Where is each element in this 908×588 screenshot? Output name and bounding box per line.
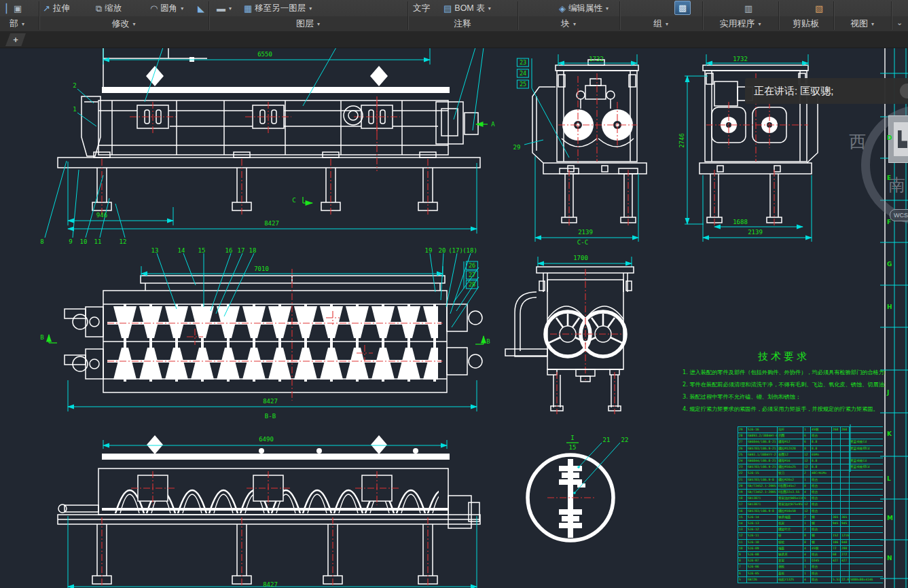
dimension-label[interactable]: 7010	[254, 265, 269, 272]
chevron-down-icon[interactable]: ▾	[181, 5, 183, 12]
bom-row[interactable]: 21GB5783/186.9-8螺栓M20x21组合	[738, 477, 884, 483]
panel-layers[interactable]: 图层▾	[208, 16, 407, 31]
view-end-1700[interactable]	[505, 257, 634, 414]
bom-row[interactable]: 16GB5783/186.9-8螺栓M10x5012组合	[738, 508, 884, 514]
bom-row[interactable]: 29SJ6-16拉杆145钢268268	[738, 427, 884, 433]
callout-label[interactable]: 21	[603, 437, 611, 443]
panel-annotate[interactable]: 注释	[407, 16, 517, 31]
bom-row[interactable]: 20GB/T3452.1-2005O形圈145x78组合	[738, 483, 884, 489]
dimension-label[interactable]: 8427	[264, 220, 279, 227]
panel-view[interactable]: 视图▾	[833, 16, 891, 31]
callout-label[interactable]: 11	[94, 238, 102, 245]
panel-clipboard[interactable]: 剪贴板	[778, 16, 833, 31]
bom-row[interactable]: 11SJ6-10链轮8钢106848	[738, 539, 884, 545]
bom-row[interactable]: 24GB6844/186.8-21螺母M16128.8发蓝或镀Cd	[738, 458, 884, 464]
callout-box-label[interactable]: 23	[517, 58, 529, 67]
bom-row[interactable]: 13SJ6-12螺旋叶片2组合	[738, 527, 884, 533]
dimension-label[interactable]: 6490	[259, 436, 274, 443]
chevron-down-icon[interactable]: ▾	[758, 21, 761, 27]
view-section-bb[interactable]	[49, 253, 484, 411]
view-section-cc[interactable]	[524, 54, 647, 242]
dimension-label[interactable]: 8427	[263, 398, 278, 405]
tool-utilities-grid[interactable]: ▥	[744, 0, 752, 16]
view-side-elevation-top[interactable]	[45, 48, 488, 238]
bom-row[interactable]: 25GB93.1/3884YY-2垫圈121265Mn	[738, 452, 884, 458]
bom-row[interactable]: 7SJ6-06侧板1组合	[738, 564, 884, 570]
panel-modify[interactable]: 修改▾	[39, 16, 208, 31]
dimension-label[interactable]: 2746	[678, 133, 685, 148]
callout-label[interactable]: 15	[569, 444, 577, 451]
callout-label[interactable]: 18	[249, 247, 257, 254]
chevron-down-icon[interactable]: ▾	[488, 5, 491, 12]
bom-row[interactable]: 22SJ6-15铰刀240CrNiMo	[738, 471, 884, 477]
callout-label[interactable]: 14	[178, 247, 185, 254]
section-label[interactable]: A	[491, 121, 494, 128]
tool-layer-state[interactable]: ▬▾	[217, 0, 232, 16]
callout-label[interactable]: 22	[621, 437, 629, 443]
callout-label[interactable]: 19	[425, 247, 433, 254]
view-side-elevation-bottom[interactable]	[58, 435, 480, 588]
technical-requirements[interactable]: 技术要求 1. 进入装配的零件及部件（包括外购件、外协件），均必须具有检验部门的…	[683, 350, 885, 415]
bom-row[interactable]: 14SJ6-13机架1钢945945	[738, 521, 884, 527]
callout-label[interactable]: (17)	[448, 247, 463, 254]
dimension-label[interactable]: 8427	[263, 581, 278, 588]
bom-row[interactable]: 12SJ6-11链8钢1521216	[738, 533, 884, 539]
callout-label[interactable]: 12	[120, 238, 127, 245]
section-label[interactable]: C	[292, 197, 295, 204]
tool-window-tool[interactable]: ▣	[14, 0, 22, 16]
callout-label[interactable]: 17	[238, 247, 245, 254]
bom-row[interactable]: 9SJ6-08轴承座4组合68272	[738, 552, 884, 558]
bom-row[interactable]: 27GB6844/186.8-21螺母M1268.8发蓝或镀Cd	[738, 439, 884, 445]
panel-block[interactable]: 块▾	[517, 16, 619, 31]
dimension-label[interactable]: 1688	[733, 219, 748, 225]
callout-box-label[interactable]: 26	[466, 261, 478, 270]
callout-label[interactable]: 1	[73, 106, 76, 113]
bom-row[interactable]: 19GB/T3452.1-2005O形圈22x3.554组合	[738, 490, 884, 496]
bom-row[interactable]: 17GB13871骨架油封B75x95x1212组合	[738, 502, 884, 508]
dimension-label[interactable]: 2139	[748, 229, 763, 236]
bom-row[interactable]: 10SJ6-09端盖445钢72288	[738, 545, 884, 551]
callout-label[interactable]: 20	[439, 247, 446, 254]
chevron-down-icon[interactable]: ▾	[573, 21, 576, 27]
panel-group[interactable]: 组▾	[619, 16, 702, 31]
bom-row[interactable]: 6SJ6-05盖板1组合	[738, 570, 884, 576]
callout-label[interactable]: 10	[80, 238, 88, 245]
callout-box-label[interactable]: 25	[517, 80, 529, 89]
callout-label[interactable]: 15	[198, 247, 206, 254]
panel-all[interactable]: 部▾	[0, 16, 34, 31]
section-label[interactable]: B	[40, 334, 43, 341]
section-label[interactable]: C-C	[577, 239, 588, 246]
bom-row[interactable]: 23GB5783/186.9-21螺栓M16x25128.8发蓝或镀锌Cd	[738, 464, 884, 471]
bom-row[interactable]: 26GB5783/186.9-21螺栓M12X2888.8发蓝或镀锌Cd	[738, 445, 884, 452]
dimension-label[interactable]: 6550	[257, 51, 272, 58]
bom-row[interactable]: 18GB13871骨架油封B85x110x126组合	[738, 496, 884, 502]
tool-group[interactable]: ▩	[674, 1, 691, 15]
bom-row[interactable]: 15SJ6-14轴承端盖2钢365365	[738, 514, 884, 520]
tool-chamfer[interactable]: ◣	[198, 0, 204, 16]
view-detail-i[interactable]	[528, 443, 620, 540]
chevron-down-icon[interactable]: ▾	[229, 5, 232, 12]
section-label[interactable]: I	[570, 435, 574, 441]
section-label[interactable]: B	[486, 338, 490, 345]
chevron-down-icon[interactable]: ▾	[606, 5, 609, 12]
tool-fillet[interactable]: ◠圆角▾	[150, 0, 183, 16]
tool-paste[interactable]: ▧	[815, 0, 823, 16]
tool-stretch[interactable]: ↗拉伸	[43, 0, 70, 16]
callout-box-label[interactable]: 27	[466, 271, 478, 280]
callout-box-label[interactable]: 24	[517, 69, 529, 78]
tool-edit-attribute[interactable]: ◈编辑属性▾	[559, 0, 609, 16]
tool-scale[interactable]: ⧉缩放	[96, 0, 122, 16]
tool-bom-table[interactable]: ▤BOM 表▾	[443, 0, 491, 16]
tool-left-partial[interactable]: ▕	[0, 0, 7, 16]
callout-label[interactable]: (18)	[462, 247, 477, 254]
bom-row[interactable]: 8SJ6-07支架1Q345427427	[738, 558, 884, 564]
new-tab-button[interactable]: +	[5, 33, 26, 46]
callout-label[interactable]: 16	[225, 247, 233, 254]
dimension-label[interactable]: 1732	[589, 56, 604, 62]
dimension-label[interactable]: 1732	[733, 56, 748, 62]
tool-move-to-layer[interactable]: ▦移至另一图层▾	[244, 0, 312, 16]
bom-parts-table[interactable]: 29SJ6-16拉杆145钢26826828GB893.2/3884HY-8挡圈…	[738, 426, 883, 588]
dimension-label[interactable]: 946	[96, 212, 107, 219]
tool-text[interactable]: 文字	[413, 0, 430, 16]
chevron-down-icon[interactable]: ▾	[132, 21, 135, 27]
